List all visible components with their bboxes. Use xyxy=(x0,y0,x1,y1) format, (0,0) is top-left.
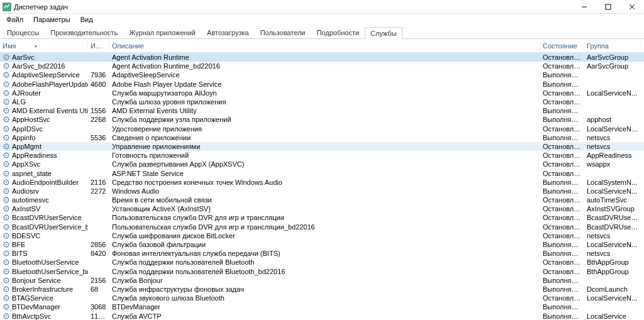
table-row[interactable]: BITS8420Фоновая интеллектуальная служба … xyxy=(0,249,644,258)
table-body[interactable]: AarSvcAgent Activation RuntimeОстановлен… xyxy=(0,53,644,320)
table-row[interactable]: autotimesvcВремя в сети мобильной связиО… xyxy=(0,196,644,204)
table-row[interactable]: AppXSvcСлужба развертывания AppX (AppXSV… xyxy=(0,160,644,168)
table-row[interactable]: Bonjour Service2156Служба BonjourВыполня… xyxy=(0,276,644,285)
svg-point-28 xyxy=(6,155,7,156)
service-name-label: AxInstSV xyxy=(12,205,40,212)
service-name-label: AppReadiness xyxy=(12,152,57,159)
table-row[interactable]: AMD External Events Utility1556AMD Exter… xyxy=(0,106,644,115)
cell-group: LocalServiceN... xyxy=(584,89,641,97)
cell-name: AppXSvc xyxy=(0,160,88,168)
table-row[interactable]: AudioEndpointBuilder2116Средство построе… xyxy=(0,178,644,187)
table-row[interactable]: BDESVCСлужба шифрования дисков BitLocker… xyxy=(0,231,644,240)
tab-5[interactable]: Подробности xyxy=(311,26,365,38)
table-row[interactable]: AppHostSvc2268Служба поддержки узла прил… xyxy=(0,115,644,124)
cell-name: Audiosrv xyxy=(0,187,88,195)
table-row[interactable]: AppReadinessГотовность приложенийОстанов… xyxy=(0,151,644,160)
cell-state: Остановлено xyxy=(540,232,584,240)
menu-file[interactable]: Файл xyxy=(1,14,28,25)
cell-desc: AdaptiveSleepService xyxy=(109,71,540,79)
cell-pid: 1556 xyxy=(88,107,109,114)
titlebar: Диспетчер задач xyxy=(0,0,644,14)
service-gear-icon xyxy=(3,53,10,61)
table-row[interactable]: BrokerInfrastructure68Служба инфраструкт… xyxy=(0,285,644,294)
service-gear-icon xyxy=(3,196,10,204)
table-row[interactable]: aspnet_stateASP.NET State ServiceОстанов… xyxy=(0,168,644,177)
table-row[interactable]: BluetoothUserServiceСлужба поддержки пол… xyxy=(0,258,644,267)
cell-desc: Удостоверение приложения xyxy=(109,125,540,133)
col-header-desc[interactable]: Описание xyxy=(109,41,540,51)
table-row[interactable]: BTDevManager3068BTDevManagerВыполняется xyxy=(0,302,644,311)
col-header-group[interactable]: Группа xyxy=(584,41,641,51)
table-row[interactable]: Audiosrv2272Windows AudioВыполняетсяLoca… xyxy=(0,187,644,196)
table-row[interactable]: ALGСлужба шлюза уровня приложенияОстанов… xyxy=(0,97,644,106)
service-gear-icon xyxy=(3,241,10,248)
svg-point-26 xyxy=(6,146,7,147)
menu-params[interactable]: Параметры xyxy=(28,14,75,25)
svg-point-24 xyxy=(6,137,7,138)
cell-desc: Время в сети мобильной связи xyxy=(109,196,540,204)
minimize-button[interactable] xyxy=(572,0,596,13)
tab-2[interactable]: Журнал приложений xyxy=(123,26,201,38)
table-row[interactable]: BTAGServiceСлужба звукового шлюза Blueto… xyxy=(0,294,644,302)
cell-desc: Служба маршрутизатора AllJoyn xyxy=(109,89,540,97)
svg-point-48 xyxy=(6,244,7,245)
cell-name: BFE xyxy=(0,241,88,248)
cell-state: Остановлено xyxy=(540,268,584,275)
cell-desc: Windows Audio xyxy=(109,187,540,195)
cell-name: BTDevManager xyxy=(0,303,88,311)
table-row[interactable]: BFE2856Служба базовой фильтрацииВыполняе… xyxy=(0,240,644,249)
sort-ascending-icon: ▴ xyxy=(35,43,37,48)
service-name-label: AppIDSvc xyxy=(12,125,43,133)
tab-3[interactable]: Автозагрузка xyxy=(201,26,255,38)
tab-4[interactable]: Пользователи xyxy=(255,26,311,38)
maximize-button[interactable] xyxy=(596,0,620,13)
cell-state: Остановлено xyxy=(540,223,584,231)
table-row[interactable]: AarSvcAgent Activation RuntimeОстановлен… xyxy=(0,53,644,62)
tab-1[interactable]: Производительность xyxy=(45,26,123,38)
service-gear-icon xyxy=(3,250,10,257)
cell-state: Остановлено xyxy=(540,170,584,177)
table-row[interactable]: BcastDVRUserService_bd2...Пользовательск… xyxy=(0,223,644,231)
table-row[interactable]: BluetoothUserService_bd22...Служба подде… xyxy=(0,267,644,276)
col-header-state[interactable]: Состояние xyxy=(540,41,584,51)
cell-pid: 4680 xyxy=(88,80,109,88)
service-gear-icon xyxy=(3,125,10,133)
table-row[interactable]: AppMgmtУправление приложениямиОстановлен… xyxy=(0,142,644,151)
services-table: Имя ▴ ИД п... Описание Состояние Группа … xyxy=(0,39,644,320)
tab-0[interactable]: Процессы xyxy=(1,26,45,38)
cell-state: Остановлено xyxy=(540,160,584,168)
cell-name: BrokerInfrastructure xyxy=(0,285,88,293)
service-gear-icon xyxy=(3,303,10,311)
tab-6[interactable]: Службы xyxy=(365,27,402,39)
svg-point-40 xyxy=(6,208,7,209)
cell-name: BITS xyxy=(0,250,88,257)
cell-name: BTAGService xyxy=(0,294,88,302)
cell-state: Остановлено xyxy=(540,89,584,97)
cell-group: DcomLaunch xyxy=(584,285,641,293)
table-row[interactable]: AarSvc_bd22016Agent Activation Runtime_b… xyxy=(0,62,644,70)
table-row[interactable]: BthAvctpSvc11408Служба AVCTPВыполняетсяL… xyxy=(0,311,644,320)
col-header-name[interactable]: Имя ▴ xyxy=(0,41,88,51)
cell-group: LocalServiceN... xyxy=(584,294,641,302)
table-row[interactable]: Appinfo5536Сведения о приложенииВыполняе… xyxy=(0,133,644,142)
table-row[interactable]: AdaptiveSleepService7936AdaptiveSleepSer… xyxy=(0,70,644,79)
table-row[interactable]: AJRouterСлужба маршрутизатора AllJoynОст… xyxy=(0,89,644,97)
col-header-pid[interactable]: ИД п... xyxy=(88,41,109,51)
cell-desc: Служба звукового шлюза Bluetooth xyxy=(109,294,540,302)
table-row[interactable]: AppIDSvcУдостоверение приложенияОстановл… xyxy=(0,124,644,133)
service-name-label: AppHostSvc xyxy=(12,116,50,123)
cell-state: Выполняется xyxy=(540,71,584,79)
service-gear-icon xyxy=(3,80,10,88)
service-gear-icon xyxy=(3,62,10,70)
cell-group: netsvcs xyxy=(584,250,641,257)
table-row[interactable]: AdobeFlashPlayerUpdateSvc4680Adobe Flash… xyxy=(0,80,644,89)
menu-view[interactable]: Вид xyxy=(75,14,98,25)
table-row[interactable]: BcastDVRUserServiceПользовательская служ… xyxy=(0,213,644,222)
service-name-label: AdobeFlashPlayerUpdateSvc xyxy=(12,80,88,88)
close-button[interactable] xyxy=(620,0,644,13)
cell-desc: Фоновая интеллектуальная служба передачи… xyxy=(109,250,540,257)
cell-pid: 2272 xyxy=(88,187,109,195)
cell-desc: Служба шифрования дисков BitLocker xyxy=(109,232,540,240)
table-row[interactable]: AxInstSVУстановщик ActiveX (AxInstSV)Ост… xyxy=(0,204,644,213)
cell-name: BcastDVRUserService xyxy=(0,214,88,221)
